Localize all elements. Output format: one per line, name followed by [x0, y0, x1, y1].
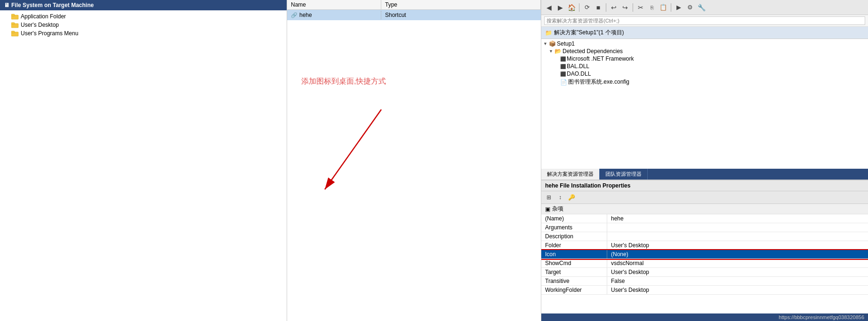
tree-item-label: User's Programs Menu [21, 30, 78, 37]
expand-icon: ▼ [543, 41, 548, 46]
solution-search-input[interactable] [544, 16, 865, 25]
properties-table: ▣ 杂项 (Name) hehe Arguments Description [541, 204, 868, 313]
toolbar-wrench-btn[interactable]: 🔧 [697, 3, 706, 12]
prop-value-cell: User's Desktop [607, 241, 868, 250]
prop-row-transitive[interactable]: Transitive False [541, 277, 868, 286]
file-type-cell: Shortcut [381, 11, 541, 19]
toolbar-copy-btn[interactable]: ⎘ [647, 3, 657, 12]
file-list-body: 🔗 hehe Shortcut 添加图标到桌面,快捷方式 [287, 10, 541, 321]
prop-row-icon[interactable]: Icon (None) [541, 250, 868, 259]
svg-rect-1 [11, 14, 15, 16]
sol-item-setup1[interactable]: ▼ 📦 Setup1 [541, 40, 868, 47]
prop-name-cell: WorkingFolder [541, 286, 607, 294]
status-bar-text: https://bbbcpresinnmetfgq038320856 [779, 314, 864, 320]
sol-item-dao[interactable]: ⬛ DAO.DLL [541, 70, 868, 78]
file-list-header: Name Type [287, 0, 541, 10]
toolbar-forward-btn[interactable]: ▶ [555, 3, 565, 12]
toolbar-stop-btn[interactable]: ■ [594, 3, 603, 12]
prop-section-label: 杂项 [552, 205, 563, 213]
prop-value-cell: hehe [607, 214, 868, 223]
toolbar-back-btn[interactable]: ◀ [544, 3, 554, 12]
prop-name-cell: ShowCmd [541, 259, 607, 267]
properties-toolbar: ⊞ ↕ 🔑 [541, 191, 868, 204]
prop-row-workingfolder[interactable]: WorkingFolder User's Desktop [541, 286, 868, 295]
sol-item-label: DAO.DLL [567, 70, 591, 77]
solution-tabs: 解决方案资源管理器 团队资源管理器 [541, 169, 868, 180]
prop-value-cell: (None) [607, 250, 868, 258]
prop-toolbar-key-btn[interactable]: 🔑 [567, 193, 576, 202]
toolbar-home-btn[interactable]: 🏠 [567, 3, 576, 12]
prop-name-cell: Transitive [541, 277, 607, 285]
tree-item-users-desktop[interactable]: User's Desktop [0, 21, 287, 29]
prop-value-cell [607, 232, 868, 241]
properties-title-text: hehe File Installation Properties [545, 182, 630, 189]
folder-icon [11, 22, 19, 28]
prop-row-description[interactable]: Description [541, 232, 868, 241]
right-panel: ◀ ▶ 🏠 ⟳ ■ ↩ ↪ ✂ ⎘ 📋 ▶ ⚙ 🔧 📁 [541, 0, 868, 321]
properties-panel: hehe File Installation Properties ⊞ ↕ 🔑 … [541, 180, 868, 321]
svg-rect-3 [11, 23, 15, 24]
solution-header: 📁 解决方案"Setup1"(1 个项目) [541, 27, 868, 39]
sol-item-label: 图书管理系统.exe.config [568, 78, 629, 86]
sol-item-config[interactable]: 📄 图书管理系统.exe.config [541, 78, 868, 86]
prop-row-arguments[interactable]: Arguments [541, 223, 868, 232]
annotation-arrow [287, 48, 522, 213]
prop-value-cell: User's Desktop [607, 268, 868, 276]
computer-icon: 🖥 [4, 2, 9, 8]
tree-item-label: User's Desktop [21, 22, 59, 28]
sol-item-dotnet[interactable]: ⬛ Microsoft .NET Framework [541, 55, 868, 63]
prop-section-misc: ▣ 杂项 [541, 204, 868, 214]
prop-name-cell: Folder [541, 241, 607, 250]
prop-name-cell: (Name) [541, 214, 607, 223]
toolbar-build-btn[interactable]: ▶ [674, 3, 683, 12]
sol-item-label: Setup1 [557, 40, 575, 47]
toolbar-undo-btn[interactable]: ↩ [609, 3, 619, 12]
col-header-type[interactable]: Type [381, 0, 541, 9]
toolbar-separator-2 [606, 3, 606, 12]
svg-line-7 [325, 110, 381, 189]
shortcut-icon: 🔗 [291, 12, 297, 18]
tab-team-explorer[interactable]: 团队资源管理器 [600, 169, 648, 180]
prop-toolbar-grid-btn[interactable]: ⊞ [544, 193, 554, 202]
status-bar: https://bbbcpresinnmetfgq038320856 [541, 313, 868, 321]
prop-row-folder[interactable]: Folder User's Desktop [541, 241, 868, 250]
sol-item-ref-icon: ⬛ [560, 56, 566, 62]
sol-item-detected-deps[interactable]: ▼ 📂 Detected Dependencies [541, 47, 868, 55]
file-system-panel: 🖥 File System on Target Machine Applicat… [0, 0, 287, 321]
toolbar-refresh-btn[interactable]: ⟳ [582, 3, 592, 12]
prop-row-name[interactable]: (Name) hehe [541, 214, 868, 223]
toolbar-paste-btn[interactable]: 📋 [659, 3, 668, 12]
toolbar-cut-btn[interactable]: ✂ [636, 3, 645, 12]
toolbar-redo-btn[interactable]: ↪ [620, 3, 630, 12]
prop-toolbar-sort-btn[interactable]: ↕ [555, 193, 565, 202]
prop-value-cell: False [607, 277, 868, 285]
toolbar-separator-1 [579, 3, 579, 12]
toolbar-separator-4 [671, 3, 671, 12]
prop-name-cell: Description [541, 232, 607, 241]
file-list-panel: Name Type 🔗 hehe Shortcut 添加图标到桌面,快捷方式 [287, 0, 541, 321]
toolbar-separator-3 [633, 3, 633, 12]
solution-icon: 📁 [545, 30, 552, 36]
solution-header-text: 解决方案"Setup1"(1 个项目) [554, 29, 624, 37]
prop-row-target[interactable]: Target User's Desktop [541, 268, 868, 277]
tab-solution-explorer[interactable]: 解决方案资源管理器 [541, 169, 600, 180]
file-row[interactable]: 🔗 hehe Shortcut [287, 10, 541, 20]
folder-icon [11, 30, 19, 37]
properties-header: hehe File Installation Properties [541, 180, 868, 191]
tree-item-users-programs-menu[interactable]: User's Programs Menu [0, 29, 287, 38]
prop-row-showcmd[interactable]: ShowCmd vsdscNormal [541, 259, 868, 268]
expand-icon: ▼ [549, 49, 554, 54]
file-system-tree: Application Folder User's Desktop User's… [0, 10, 287, 321]
sol-item-ref-icon: ⬛ [560, 64, 566, 69]
prop-value-cell: User's Desktop [607, 286, 868, 294]
tree-item-label: Application Folder [21, 13, 66, 20]
sol-item-bal[interactable]: ⬛ BAL.DLL [541, 63, 868, 70]
prop-section-expand-icon: ▣ [545, 206, 550, 212]
toolbar-settings-btn[interactable]: ⚙ [685, 3, 695, 12]
sol-item-file-icon: 📄 [560, 79, 567, 86]
sol-item-setup1-icon: 📦 [549, 40, 556, 47]
folder-icon [11, 13, 19, 20]
tree-item-application-folder[interactable]: Application Folder [0, 12, 287, 21]
prop-name-cell: Arguments [541, 223, 607, 232]
col-header-name[interactable]: Name [287, 0, 381, 9]
